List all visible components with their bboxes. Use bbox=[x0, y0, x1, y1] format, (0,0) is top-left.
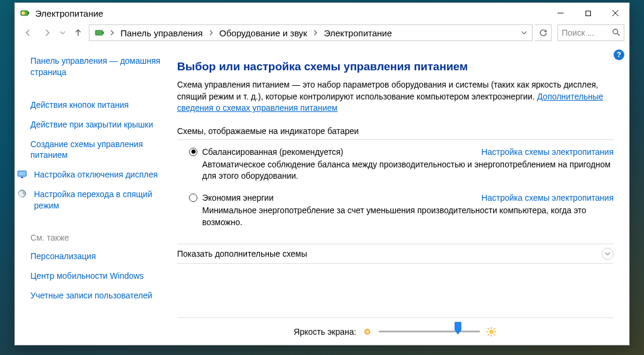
configure-plan-link[interactable]: Настройка схемы электропитания bbox=[481, 147, 614, 157]
divider bbox=[177, 139, 614, 140]
svg-line-23 bbox=[488, 334, 489, 335]
svg-line-21 bbox=[488, 328, 489, 329]
plan-radio-balanced[interactable] bbox=[189, 148, 197, 156]
search-input[interactable]: Поиск ... bbox=[558, 24, 624, 41]
power-plan-balanced: Сбалансированная (рекомендуется) Настрой… bbox=[189, 147, 614, 182]
page-description: Схема управления питанием — это набор па… bbox=[177, 79, 614, 114]
sidebar-link-display-off[interactable]: Настройка отключения дисплея bbox=[34, 169, 158, 180]
window-title: Электропитание bbox=[35, 8, 103, 18]
forward-button[interactable] bbox=[39, 24, 55, 41]
power-options-window: Электропитание bbox=[14, 2, 630, 345]
sidebar-link-power-buttons[interactable]: Действия кнопок питания bbox=[30, 99, 163, 111]
sleep-icon bbox=[17, 189, 27, 198]
plan-radio-saver[interactable] bbox=[189, 194, 197, 202]
back-button[interactable] bbox=[20, 24, 36, 41]
main-panel: ? Выбор или настройка схемы управления п… bbox=[171, 46, 629, 345]
crumb-hardware-sound[interactable]: Оборудование и звук bbox=[216, 28, 311, 38]
content-area: Панель управления — домашняя страница Де… bbox=[15, 46, 629, 345]
svg-rect-11 bbox=[18, 171, 26, 176]
configure-plan-link[interactable]: Настройка схемы электропитания bbox=[481, 193, 614, 203]
svg-point-2 bbox=[21, 11, 25, 15]
see-also-heading: См. также bbox=[30, 233, 163, 242]
brightness-high-icon bbox=[486, 326, 497, 337]
sidebar-link-sleep[interactable]: Настройка перехода в спящий режим bbox=[34, 189, 163, 211]
chevron-down-icon bbox=[602, 248, 614, 260]
minimize-button[interactable] bbox=[547, 4, 574, 22]
page-description-text: Схема управления питанием — это набор па… bbox=[177, 80, 598, 101]
breadcrumb[interactable]: Панель управления Оборудование и звук Эл… bbox=[89, 24, 532, 41]
svg-line-10 bbox=[617, 33, 620, 36]
svg-rect-7 bbox=[95, 30, 103, 35]
sidebar-home-link[interactable]: Панель управления — домашняя страница bbox=[30, 55, 163, 78]
svg-rect-12 bbox=[21, 177, 23, 178]
brightness-label: Яркость экрана: bbox=[294, 327, 357, 337]
breadcrumb-icon bbox=[94, 27, 105, 38]
show-additional-plans[interactable]: Показать дополнительные схемы bbox=[177, 244, 614, 264]
sidebar-link-create-plan[interactable]: Создание схемы управления питанием bbox=[30, 139, 163, 161]
help-button[interactable]: ? bbox=[614, 49, 624, 60]
power-plan-saver: Экономия энергии Настройка схемы электро… bbox=[189, 193, 614, 228]
breadcrumb-dropdown[interactable] bbox=[519, 30, 530, 36]
window-controls bbox=[547, 4, 629, 22]
plan-name[interactable]: Экономия энергии bbox=[202, 193, 274, 203]
plan-description: Минимальное энергопотребление за счет ум… bbox=[202, 205, 614, 228]
app-icon bbox=[20, 8, 30, 18]
chevron-right-icon[interactable] bbox=[208, 30, 215, 36]
crumb-control-panel[interactable]: Панель управления bbox=[117, 28, 206, 38]
svg-rect-4 bbox=[586, 11, 590, 15]
crumb-power-options[interactable]: Электропитание bbox=[320, 28, 395, 38]
svg-point-9 bbox=[613, 29, 618, 34]
plan-description: Автоматическое соблюдение баланса между … bbox=[202, 159, 614, 182]
titlebar: Электропитание bbox=[15, 3, 629, 23]
chevron-right-icon[interactable] bbox=[109, 30, 116, 36]
expander-label: Показать дополнительные схемы bbox=[177, 249, 307, 259]
brightness-footer: Яркость экрана: bbox=[177, 317, 614, 345]
sidebar-link-lid-close[interactable]: Действие при закрытии крышки bbox=[30, 119, 163, 130]
up-button[interactable] bbox=[70, 24, 86, 41]
sidebar: Панель управления — домашняя страница Де… bbox=[15, 46, 171, 345]
svg-rect-1 bbox=[28, 12, 29, 14]
display-off-icon bbox=[17, 169, 27, 179]
battery-plans-heading: Схемы, отображаемые на индикаторе батаре… bbox=[177, 126, 614, 136]
page-title: Выбор или настройка схемы управления пит… bbox=[177, 60, 614, 73]
refresh-button[interactable] bbox=[535, 24, 552, 41]
see-also-personalization[interactable]: Персонализация bbox=[30, 251, 163, 262]
search-placeholder: Поиск ... bbox=[562, 28, 609, 38]
maximize-button[interactable] bbox=[574, 4, 602, 22]
svg-line-22 bbox=[494, 334, 495, 335]
svg-rect-8 bbox=[103, 32, 104, 34]
slider-thumb[interactable] bbox=[454, 322, 462, 335]
address-bar: Панель управления Оборудование и звук Эл… bbox=[15, 23, 629, 46]
search-icon bbox=[612, 28, 620, 38]
close-button[interactable] bbox=[602, 4, 629, 22]
svg-point-15 bbox=[366, 331, 369, 333]
chevron-right-icon[interactable] bbox=[312, 30, 319, 36]
brightness-slider[interactable] bbox=[379, 326, 480, 337]
plan-name[interactable]: Сбалансированная (рекомендуется) bbox=[202, 147, 343, 157]
recent-locations-button[interactable] bbox=[58, 24, 67, 41]
see-also-mobility-center[interactable]: Центр мобильности Windows bbox=[30, 270, 163, 282]
see-also-user-accounts[interactable]: Учетные записи пользователей bbox=[30, 290, 163, 301]
brightness-low-icon bbox=[362, 326, 373, 337]
svg-point-16 bbox=[490, 330, 493, 334]
svg-line-24 bbox=[494, 328, 495, 329]
